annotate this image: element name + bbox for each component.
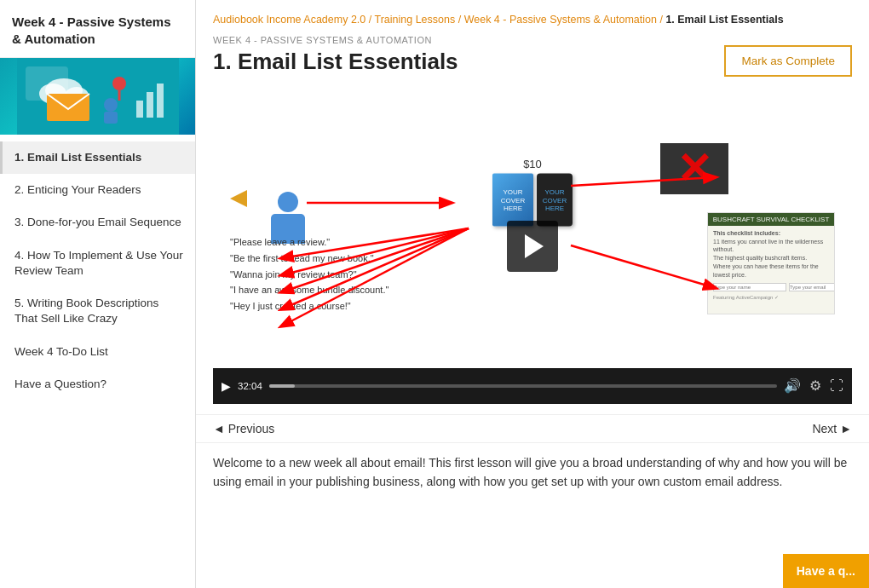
video-thumbnail: $10 YOURCOVERHERE YOURCOVERHERE ✕ BUSHCR… [213,89,852,404]
svg-point-11 [104,98,118,112]
checklist-form: Send Me The Checklist [713,283,829,291]
video-play-btn[interactable]: ▶ [222,379,231,393]
fullscreen-icon[interactable]: ⛶ [830,378,843,394]
diagram-books: $10 YOURCOVERHERE YOURCOVERHERE [492,158,573,227]
quote-4: "I have an awesome bundle discount." [230,282,388,298]
checklist-title: BUSHCRAFT SURVIVAL CHECKLIST [708,213,834,226]
breadcrumb-current: 1. Email List Essentials [665,14,783,26]
price-label: $10 [523,158,542,170]
breadcrumb-sep-2: / [458,14,464,26]
breadcrumb-part-3[interactable]: Week 4 - Passive Systems & Automation [464,14,657,26]
breadcrumb: Audiobook Income Academy 2.0 / Training … [196,0,869,33]
previous-lesson-link[interactable]: ◄ Previous [213,422,274,435]
checklist-item-3: Where you can have these items for the l… [713,263,819,278]
diagram-quotes: "Please leave a review." "Be the first t… [230,234,388,314]
sidebar-item-have-question[interactable]: Have a Question? [0,368,195,401]
video-controls: ▶ 32:04 🔊 ⚙ ⛶ [213,368,852,404]
quote-2: "Be the first to read my new book." [230,251,388,267]
book-tablet: YOURCOVERHERE [537,174,573,227]
breadcrumb-part-1[interactable]: Audiobook Income Academy 2.0 [213,14,365,26]
sidebar-item-todo-list[interactable]: Week 4 To-Do List [0,336,195,368]
video-player: $10 YOURCOVERHERE YOURCOVERHERE ✕ BUSHCR… [213,89,852,404]
checklist-email-input[interactable] [789,283,835,291]
play-triangle-icon [525,234,544,258]
sidebar-item-how-to-implement[interactable]: 4. How To Implement & Use Your Review Te… [0,239,195,287]
checklist-item-2: The highest quality bushcraft items. [713,255,807,261]
lesson-header-left: WEEK 4 - PASSIVE SYSTEMS & AUTOMATION 1.… [213,35,707,75]
next-lesson-link[interactable]: Next ► [812,422,852,435]
sidebar-image-svg [17,58,179,135]
breadcrumb-part-2[interactable]: Training Lessons [375,14,456,26]
video-progress-fill [269,384,295,388]
description-text: Welcome to a new week all about email! T… [213,453,852,492]
books-stack: YOURCOVERHERE YOURCOVERHERE [492,174,573,227]
mark-complete-button[interactable]: Mark as Complete [724,45,852,77]
diagram-target: ✕ [660,143,728,194]
checklist-item-1: 11 items you cannot live in the wilderne… [713,239,823,253]
volume-icon[interactable]: 🔊 [784,378,801,394]
lesson-navigation: ◄ Previous Next ► [196,414,869,443]
main-content: Audiobook Income Academy 2.0 / Training … [196,0,869,588]
svg-rect-9 [147,92,153,118]
book-print: YOURCOVERHERE [492,174,533,227]
lesson-title: 1. Email List Essentials [213,49,707,75]
checklist-body: This checklist includes: 11 items you ca… [713,229,829,280]
checklist-footer: Featuring ActiveCampaign ✓ [713,294,829,300]
sidebar: Week 4 - Passive Systems & Automation [0,0,196,588]
sidebar-item-done-for-you[interactable]: 3. Done-for-you Email Sequence [0,206,195,239]
sidebar-item-writing-book[interactable]: 5. Writing Book Descriptions That Sell L… [0,287,195,335]
svg-point-6 [112,77,126,90]
red-x-box: ✕ [660,143,728,194]
video-control-icons: 🔊 ⚙ ⛶ [784,378,843,394]
diagram-checklist: BUSHCRAFT SURVIVAL CHECKLIST This checkl… [707,212,835,314]
checklist-name-input[interactable] [713,283,786,291]
red-x-icon: ✕ [676,147,712,190]
checklist-body-label: This checklist includes: [713,230,780,236]
settings-icon[interactable]: ⚙ [809,378,821,394]
sidebar-thumbnail [0,58,195,135]
lesson-header: WEEK 4 - PASSIVE SYSTEMS & AUTOMATION 1.… [196,33,869,85]
sidebar-title: Week 4 - Passive Systems & Automation [0,0,195,58]
quote-1: "Please leave a review." [230,234,388,251]
video-time: 32:04 [238,381,262,391]
quote-3: "Wanna join my review team?" [230,267,388,283]
video-progress-bar[interactable] [269,384,777,388]
quote-5: "Hey I just created a course!" [230,298,388,314]
sidebar-item-enticing-readers[interactable]: 2. Enticing Your Readers [0,174,195,206]
lesson-week-label: WEEK 4 - PASSIVE SYSTEMS & AUTOMATION [213,35,707,45]
person-head-icon [278,192,298,212]
breadcrumb-sep-1: / [369,14,375,26]
play-button[interactable] [507,221,558,272]
have-question-button[interactable]: Have a q... [783,554,869,588]
sidebar-item-email-list[interactable]: 1. Email List Essentials [0,141,195,174]
sidebar-nav: 1. Email List Essentials 2. Enticing You… [0,135,195,407]
svg-rect-12 [104,112,118,124]
lesson-description: Welcome to a new week all about email! T… [196,443,869,509]
svg-rect-8 [136,101,143,118]
svg-rect-10 [157,84,164,118]
